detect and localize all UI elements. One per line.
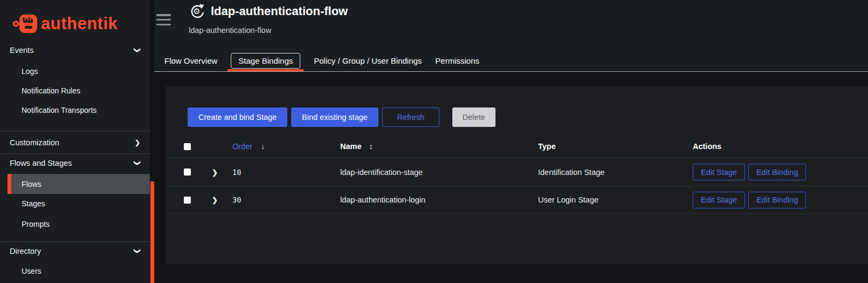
select-all-checkbox[interactable]: [184, 143, 191, 150]
page-title: ldap-authentication-flow: [211, 4, 348, 18]
page-header: ⚙ ldap-authentication-flow ldap-authenti…: [154, 0, 868, 50]
tab-policy-group-user-bindings[interactable]: Policy / Group / User Bindings: [312, 50, 423, 71]
cell-name: ldap-authentication-login: [340, 196, 538, 204]
sidebar-section-events[interactable]: Events ❯: [0, 42, 150, 58]
authentik-logo-icon: [13, 12, 38, 35]
tab-stage-bindings[interactable]: Stage Bindings: [229, 50, 302, 71]
table-body: ❯ 10 ldap-identification-stage Identific…: [166, 158, 868, 214]
column-header-actions: Actions: [693, 142, 868, 151]
content-area: Create and bind Stage Bind existing stag…: [154, 72, 868, 283]
tab-permissions[interactable]: Permissions: [433, 50, 481, 71]
edit-binding-button[interactable]: Edit Binding: [748, 192, 806, 208]
table-header-row: Order↓ Name↕ Type Actions: [166, 135, 868, 158]
chevron-down-icon: ❯: [134, 48, 141, 53]
delete-button[interactable]: Delete: [452, 107, 495, 127]
sidebar-divider: [0, 241, 150, 242]
cell-order: 10: [232, 168, 340, 177]
column-header-type: Type: [538, 142, 693, 151]
brand[interactable]: authentik: [0, 0, 150, 39]
column-header-order[interactable]: Order↓: [232, 142, 340, 151]
edit-binding-button[interactable]: Edit Binding: [748, 164, 806, 180]
chevron-right-icon: ❯: [135, 139, 140, 146]
edit-stage-button[interactable]: Edit Stage: [693, 164, 745, 180]
chevron-down-icon: ❯: [134, 160, 141, 166]
tab-flow-overview[interactable]: Flow Overview: [163, 50, 219, 71]
table-row: ❯ 10 ldap-identification-stage Identific…: [166, 158, 868, 186]
sidebar-section-flows-and-stages[interactable]: Flows and Stages ❯: [0, 155, 150, 171]
sidebar-item-flows[interactable]: Flows: [8, 174, 150, 194]
sidebar-divider: [0, 153, 150, 154]
brand-name: authentik: [41, 14, 118, 33]
sidebar-section-directory[interactable]: Directory ❯: [0, 243, 150, 259]
sidebar-item-notification-transports[interactable]: Notification Transports: [0, 102, 150, 118]
edit-stage-button[interactable]: Edit Stage: [693, 192, 745, 208]
sidebar-item-prompts[interactable]: Prompts: [0, 216, 150, 232]
sort-both-icon: ↕: [369, 142, 373, 151]
cell-order: 30: [232, 196, 340, 204]
stage-bindings-table: Order↓ Name↕ Type Actions ❯ 10 ldap-iden…: [166, 135, 868, 214]
cell-name: ldap-identification-stage: [340, 168, 538, 177]
create-and-bind-stage-button[interactable]: Create and bind Stage: [188, 107, 287, 127]
column-header-name[interactable]: Name↕: [340, 142, 538, 151]
bind-existing-stage-button[interactable]: Bind existing stage: [291, 107, 378, 127]
row-checkbox[interactable]: [184, 197, 191, 204]
sidebar-section-customization[interactable]: Customization ❯: [0, 134, 150, 151]
sidebar-divider: [0, 131, 150, 131]
toolbar: Create and bind Stage Bind existing stag…: [188, 107, 868, 127]
expand-row-icon[interactable]: ❯: [212, 196, 218, 204]
sidebar-scrollbar-thumb[interactable]: [150, 181, 154, 283]
page-subtitle: ldap-authentication-flow: [189, 26, 271, 35]
sidebar-item-notification-rules[interactable]: Notification Rules: [0, 83, 150, 99]
sidebar-item-logs[interactable]: Logs: [0, 63, 150, 79]
sidebar-item-stages[interactable]: Stages: [0, 196, 150, 212]
refresh-button[interactable]: Refresh: [382, 107, 439, 127]
sidebar: authentik Events ❯ Logs Notification Rul…: [0, 0, 150, 283]
cell-type: User Login Stage: [538, 196, 693, 204]
tab-bar: Flow Overview Stage Bindings Policy / Gr…: [154, 50, 868, 72]
chevron-down-icon: ❯: [134, 248, 141, 254]
table-row: ❯ 30 ldap-authentication-login User Logi…: [166, 186, 868, 214]
cell-type: Identification Stage: [538, 168, 693, 177]
expand-row-icon[interactable]: ❯: [212, 169, 218, 177]
hamburger-menu-icon[interactable]: [156, 14, 171, 25]
sidebar-item-users[interactable]: Users: [0, 263, 150, 279]
flow-process-icon: ⚙: [189, 3, 205, 19]
stage-bindings-card: Create and bind Stage Bind existing stag…: [166, 86, 868, 264]
row-checkbox[interactable]: [184, 169, 191, 176]
svg-text:⚙: ⚙: [193, 6, 200, 16]
sort-desc-icon: ↓: [261, 142, 265, 151]
